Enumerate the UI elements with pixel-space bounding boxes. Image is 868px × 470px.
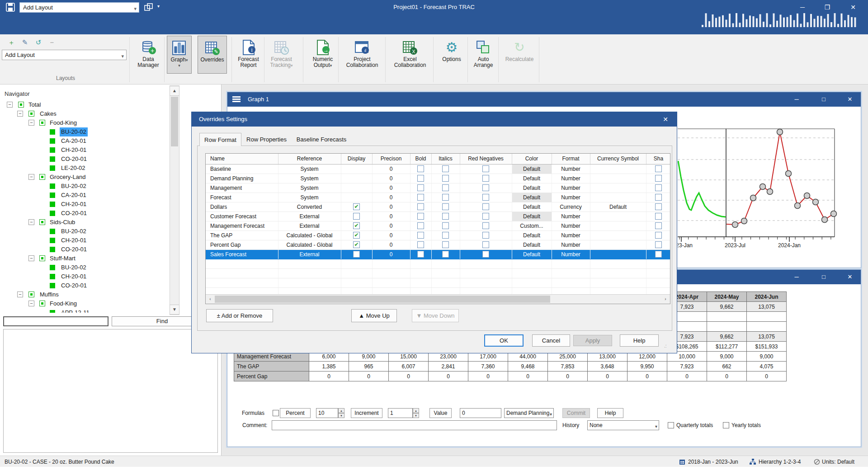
grid-cell[interactable]: 965 <box>349 362 389 371</box>
grid-cell[interactable]: 9,662 <box>707 302 747 312</box>
grid-cell[interactable]: 9,950 <box>627 362 667 371</box>
quick-layout-combo[interactable]: Add Layout▾ <box>19 2 139 13</box>
ribbon-button-options[interactable]: ⚙Options <box>437 36 467 74</box>
dialog-help-button[interactable]: Help <box>620 334 659 347</box>
tree-item-ch-20-01[interactable]: CH-20-01 <box>60 146 88 155</box>
percent-stepper[interactable]: 10 ▲▼ <box>316 408 344 418</box>
grid-cell[interactable]: 0 <box>627 371 667 381</box>
undo-layout-icon[interactable]: ↺ <box>33 38 43 47</box>
tree-item-le-20-02[interactable]: LE-20-02 <box>60 164 86 173</box>
graph-minimize-button[interactable]: ─ <box>790 95 803 104</box>
graph-close-button[interactable]: ✕ <box>844 95 856 104</box>
tree-item-co-20-01[interactable]: CO-20-01 <box>60 209 88 218</box>
tree-item-grocery-land[interactable]: Grocery-Land <box>48 173 87 182</box>
status-units[interactable]: Units: Default <box>822 458 854 465</box>
stepper-up-icon[interactable]: ▲ <box>413 408 419 413</box>
ribbon-button-project-collaboration[interactable]: ιlProjectCollaboration <box>340 36 384 74</box>
forecast-point-marker[interactable] <box>831 211 837 217</box>
red-negatives-checkbox[interactable] <box>482 213 489 220</box>
ribbon-button-data-manager[interactable]: +DataManager <box>134 36 163 74</box>
grid-maximize-button[interactable]: □ <box>817 273 830 282</box>
value-button[interactable]: Value <box>429 408 452 418</box>
red-negatives-checkbox[interactable] <box>482 232 489 239</box>
dialog-close-icon[interactable]: ✕ <box>660 115 671 124</box>
tree-item-ca-20-01[interactable]: CA-20-01 <box>60 191 88 200</box>
red-negatives-checkbox[interactable] <box>482 165 489 172</box>
grid-cell[interactable]: 9,000 <box>707 352 747 362</box>
graph-maximize-button[interactable]: □ <box>817 95 830 104</box>
shade-checkbox[interactable] <box>655 222 662 229</box>
grid-cell[interactable]: 13,075 <box>747 302 787 312</box>
italics-checkbox[interactable] <box>442 184 449 191</box>
forecast-point-marker[interactable] <box>795 203 801 209</box>
shade-checkbox[interactable] <box>655 213 662 220</box>
grid-cell[interactable]: 0 <box>588 371 627 381</box>
grid-close-button[interactable]: ✕ <box>844 273 856 282</box>
quarterly-totals-checkbox[interactable] <box>668 422 674 428</box>
graph-menu-icon[interactable] <box>232 95 241 103</box>
red-negatives-checkbox[interactable] <box>482 241 489 248</box>
display-checkbox[interactable] <box>353 213 360 220</box>
ribbon-button-graph[interactable]: Graph▾▾ <box>167 36 192 74</box>
forecast-point-marker[interactable] <box>777 129 783 135</box>
dialog-row-customer-forecast[interactable]: Customer ForecastExternal0DefaultNumber <box>206 212 670 221</box>
red-negatives-checkbox[interactable] <box>482 251 489 258</box>
shade-checkbox[interactable] <box>655 203 662 210</box>
dialog-titlebar[interactable]: Overrides Settings <box>192 112 677 127</box>
shade-checkbox[interactable] <box>655 165 662 172</box>
qat-customize-icon[interactable]: ▾ <box>157 4 160 9</box>
grid-cell[interactable]: 6,007 <box>389 362 429 371</box>
percent-button[interactable]: Percent <box>280 408 311 418</box>
forecast-point-marker[interactable] <box>732 222 738 228</box>
red-negatives-checkbox[interactable] <box>482 184 489 191</box>
forecast-point-marker[interactable] <box>767 189 773 195</box>
display-checkbox[interactable]: ✔ <box>353 222 360 229</box>
grid-cell[interactable] <box>707 312 747 322</box>
tree-item-bu-20-02[interactable]: BU-20-02 <box>60 127 88 136</box>
row-color-cell[interactable]: Default <box>512 202 552 212</box>
tree-item-muffins[interactable]: Muffins <box>38 290 60 299</box>
grid-cell[interactable]: 9,662 <box>707 332 747 342</box>
shade-checkbox[interactable] <box>655 194 662 201</box>
grid-cell[interactable]: 0 <box>667 371 707 381</box>
value-input[interactable]: 0 <box>460 408 501 418</box>
dialog-row-management[interactable]: ManagementSystem0DefaultNumber <box>206 183 670 193</box>
ribbon-button-forecast-report[interactable]: iForecastReport <box>235 36 262 74</box>
dialog-row-percent-gap[interactable]: Percent GapCalculated - Global✔0DefaultN… <box>206 240 670 249</box>
ribbon-button-overrides[interactable]: ✎Overrides <box>198 36 227 74</box>
dialog-tab-row-format[interactable]: Row Format <box>199 133 241 146</box>
bold-checkbox[interactable] <box>417 184 424 191</box>
yearly-totals-checkbox[interactable] <box>723 422 729 428</box>
tree-expander-icon[interactable]: − <box>28 255 34 261</box>
tree-expander-icon[interactable]: − <box>17 111 23 117</box>
grid-cell[interactable]: 0 <box>429 371 468 381</box>
bold-checkbox[interactable] <box>417 241 424 248</box>
shade-checkbox[interactable] <box>655 184 662 191</box>
tree-item-food-king[interactable]: Food-King <box>48 118 78 127</box>
bold-checkbox[interactable] <box>417 232 424 239</box>
grid-cell[interactable]: 0 <box>548 371 588 381</box>
display-checkbox[interactable]: ✔ <box>353 232 360 239</box>
status-date-range[interactable]: 2018-Jan - 2023-Jun <box>688 458 738 465</box>
red-negatives-checkbox[interactable] <box>482 175 489 182</box>
ok-button[interactable]: OK <box>484 334 524 347</box>
forecast-point-marker[interactable] <box>804 193 810 199</box>
ribbon-button-numeric-output[interactable]: →NumericOutput▾ <box>307 36 338 74</box>
row-color-cell[interactable]: Default <box>512 249 552 259</box>
grid-cell[interactable]: 0 <box>468 371 508 381</box>
forecast-point-marker[interactable] <box>786 171 792 177</box>
dialog-row-demand-planning[interactable]: Demand PlanningSystem0DefaultNumber <box>206 174 670 183</box>
dialog-horizontal-scrollbar[interactable]: ‹ › <box>206 294 670 304</box>
apply-button[interactable]: Apply <box>573 335 612 346</box>
italics-checkbox[interactable] <box>442 194 449 201</box>
bold-checkbox[interactable] <box>417 222 424 229</box>
italics-checkbox[interactable] <box>442 241 449 248</box>
status-hierarchy[interactable]: Hierarchy 1-2-3-4 <box>759 458 801 465</box>
tree-item-bu-20-02[interactable]: BU-20-02 <box>60 182 88 191</box>
forecast-point-marker[interactable] <box>750 195 756 201</box>
ribbon-button-auto-arrange[interactable]: AutoArrange <box>469 36 497 74</box>
scroll-left-icon[interactable]: ‹ <box>207 296 214 303</box>
find-results-box[interactable] <box>3 329 218 453</box>
grid-cell[interactable]: 4,075 <box>747 362 787 371</box>
remove-layout-icon[interactable]: − <box>47 38 57 47</box>
